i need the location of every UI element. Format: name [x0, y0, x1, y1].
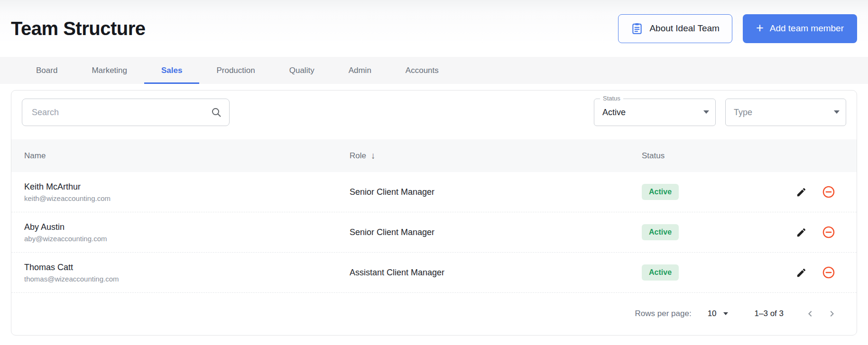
tab-sales[interactable]: Sales: [144, 57, 199, 84]
table-row: Keith McArthur keith@wizeaccounting.com …: [11, 172, 857, 212]
member-name-cell: Aby Austin aby@wizeaccounting.com: [24, 222, 350, 243]
filter-selects: Status Active Type: [594, 99, 846, 126]
member-role: Assistant Client Manager: [350, 268, 642, 278]
pencil-icon: [796, 187, 807, 198]
filter-row: Status Active Type: [11, 91, 857, 126]
table-row: Thomas Catt thomas@wizeaccounting.com As…: [11, 253, 857, 293]
remove-button[interactable]: [822, 266, 835, 279]
page-header: Team Structure About Ideal Team + Add te…: [0, 0, 868, 57]
type-filter-select[interactable]: Type: [725, 99, 846, 126]
member-name: Keith McArthur: [24, 182, 350, 192]
rows-per-page-label: Rows per page:: [635, 309, 692, 318]
member-role: Senior Client Manager: [350, 187, 642, 197]
page-title: Team Structure: [11, 18, 145, 39]
add-team-member-button[interactable]: + Add team member: [743, 14, 857, 43]
column-header-role[interactable]: Role ↓: [350, 151, 642, 161]
status-badge: Active: [642, 224, 679, 240]
member-email: keith@wizeaccounting.com: [24, 194, 350, 202]
edit-button[interactable]: [796, 187, 807, 198]
row-actions: [775, 185, 857, 199]
remove-circle-icon: [822, 266, 835, 279]
tab-admin[interactable]: Admin: [332, 57, 388, 84]
chevron-down-icon: [703, 110, 709, 114]
search-icon: [211, 107, 222, 120]
tab-marketing[interactable]: Marketing: [74, 57, 144, 84]
row-actions: [775, 226, 857, 239]
about-ideal-team-button[interactable]: About Ideal Team: [618, 14, 732, 43]
member-status-cell: Active: [642, 184, 775, 200]
remove-circle-icon: [822, 185, 835, 199]
team-list-card: Status Active Type Name Role ↓ Status Ke…: [11, 90, 857, 336]
sort-descending-icon: ↓: [371, 151, 376, 161]
column-header-status[interactable]: Status: [642, 151, 775, 161]
type-filter-label: Type: [734, 108, 752, 118]
pencil-icon: [796, 267, 807, 278]
clipboard-icon: [631, 22, 643, 35]
chevron-down-icon: [723, 312, 728, 315]
chevron-right-icon: [826, 308, 838, 319]
pagination-range: 1–3 of 3: [755, 309, 784, 318]
tab-production[interactable]: Production: [199, 57, 272, 84]
member-name: Thomas Catt: [24, 263, 350, 272]
rows-per-page-value: 10: [708, 309, 717, 318]
tab-accounts[interactable]: Accounts: [388, 57, 456, 84]
row-actions: [775, 266, 857, 279]
status-filter-label: Status: [600, 95, 623, 102]
remove-button[interactable]: [822, 226, 835, 239]
pagination-bar: Rows per page: 10 1–3 of 3: [11, 293, 857, 335]
member-status-cell: Active: [642, 264, 775, 281]
member-email: thomas@wizeaccounting.com: [24, 275, 350, 283]
member-name-cell: Keith McArthur keith@wizeaccounting.com: [24, 182, 350, 202]
remove-button[interactable]: [822, 185, 835, 199]
status-badge: Active: [642, 264, 679, 281]
search-input[interactable]: [22, 99, 230, 126]
about-ideal-team-label: About Ideal Team: [649, 23, 720, 34]
member-email: aby@wizeaccounting.com: [24, 235, 350, 243]
search-box: [22, 99, 230, 126]
plus-icon: +: [756, 22, 764, 35]
member-name-cell: Thomas Catt thomas@wizeaccounting.com: [24, 263, 350, 283]
rows-per-page-select[interactable]: 10: [708, 309, 728, 318]
pencil-icon: [796, 227, 807, 238]
member-role: Senior Client Manager: [350, 227, 642, 237]
next-page-button[interactable]: [826, 308, 838, 319]
edit-button[interactable]: [796, 267, 807, 278]
table-header: Name Role ↓ Status: [11, 139, 857, 172]
member-status-cell: Active: [642, 224, 775, 240]
add-team-member-label: Add team member: [770, 23, 844, 34]
status-filter-value: Active: [602, 108, 626, 118]
table-row: Aby Austin aby@wizeaccounting.com Senior…: [11, 212, 857, 253]
previous-page-button[interactable]: [804, 308, 816, 319]
status-filter-select[interactable]: Status Active: [594, 99, 716, 126]
member-name: Aby Austin: [24, 222, 350, 232]
pager-buttons: [804, 308, 838, 319]
tab-quality[interactable]: Quality: [272, 57, 332, 84]
section-tab-bar: Board Marketing Sales Production Quality…: [0, 57, 868, 84]
chevron-left-icon: [804, 308, 816, 319]
status-badge: Active: [642, 184, 679, 200]
chevron-down-icon: [834, 110, 840, 114]
tab-board[interactable]: Board: [19, 57, 74, 84]
remove-circle-icon: [822, 226, 835, 239]
edit-button[interactable]: [796, 227, 807, 238]
column-header-role-label: Role: [350, 151, 366, 161]
header-actions: About Ideal Team + Add team member: [618, 14, 857, 43]
column-header-name[interactable]: Name: [24, 151, 350, 161]
